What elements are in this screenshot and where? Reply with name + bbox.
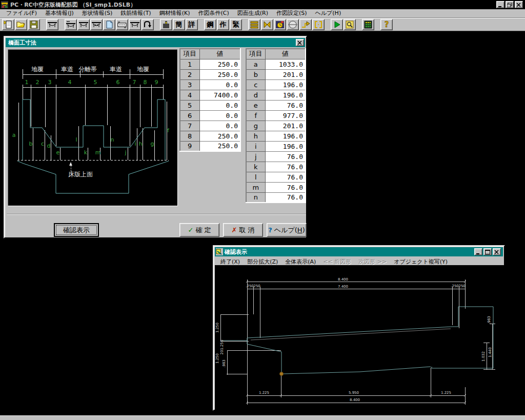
value-cell[interactable]: 250.0 bbox=[199, 69, 240, 79]
table-row: a1033.0 bbox=[246, 59, 306, 69]
save-icon[interactable] bbox=[28, 19, 40, 30]
value-cell[interactable]: 76.0 bbox=[265, 172, 306, 182]
value-cell[interactable]: 196.0 bbox=[265, 90, 306, 100]
run-icon[interactable] bbox=[331, 19, 343, 30]
item-cell: f bbox=[246, 110, 265, 121]
selection-marker[interactable] bbox=[280, 372, 284, 376]
toolbar-tension-button[interactable]: 緊 bbox=[230, 19, 242, 30]
value-cell[interactable]: 0.0 bbox=[199, 100, 240, 110]
table-row: e76.0 bbox=[246, 100, 306, 110]
value-cell[interactable]: 250.0 bbox=[199, 141, 240, 151]
pier-icon[interactable] bbox=[160, 19, 172, 30]
menu-item[interactable]: ファイル(F) bbox=[2, 9, 41, 18]
sheet-icon[interactable] bbox=[103, 19, 115, 30]
ok-button[interactable]: ✓ 確 定 bbox=[179, 223, 219, 237]
slab-icon[interactable] bbox=[116, 19, 128, 30]
rebar-lines-icon[interactable] bbox=[248, 19, 260, 30]
value-cell[interactable]: 76.0 bbox=[265, 192, 306, 203]
value-cell[interactable]: 201.0 bbox=[265, 69, 306, 79]
menu-item[interactable]: 形状情報(S) bbox=[78, 9, 117, 18]
value-cell[interactable]: 196.0 bbox=[265, 141, 306, 151]
value-cell[interactable]: 76.0 bbox=[265, 100, 306, 110]
toolbar-steel-button[interactable]: 鋼 bbox=[204, 19, 216, 30]
hook-icon[interactable] bbox=[142, 19, 154, 30]
viewer-close-button[interactable] bbox=[493, 248, 501, 255]
menu-item[interactable]: 基本情報(J) bbox=[41, 9, 78, 18]
value-cell[interactable]: 196.0 bbox=[265, 79, 306, 90]
item-cell: c bbox=[246, 79, 265, 90]
value-cell[interactable]: 196.0 bbox=[265, 131, 306, 141]
toolbar-draw-button[interactable]: 作 bbox=[217, 19, 229, 30]
value-cell[interactable]: 76.0 bbox=[265, 162, 306, 172]
dialog-titlebar: 橋面工寸法 bbox=[6, 38, 305, 47]
table-row: f977.0 bbox=[246, 110, 306, 121]
main-menubar: ファイル(F)基本情報(J)形状情報(S)鉄筋情報(T)鋼材情報(K)作図条件(… bbox=[0, 9, 525, 18]
toolbar-button-label: 作 bbox=[220, 20, 227, 29]
value-cell[interactable]: 76.0 bbox=[265, 182, 306, 192]
value-cell[interactable]: 7400.0 bbox=[199, 90, 240, 100]
value-cell[interactable]: 250.0 bbox=[199, 59, 240, 69]
table-row: b201.0 bbox=[246, 69, 306, 79]
help-icon[interactable]: ? bbox=[380, 19, 393, 30]
viewer-minimize-button[interactable] bbox=[474, 248, 482, 255]
toolbar-separator bbox=[59, 19, 65, 30]
toolbar-button-label: 緊 bbox=[233, 20, 239, 29]
dialog-close-button[interactable] bbox=[296, 39, 304, 46]
dimension-letter: a bbox=[12, 132, 16, 138]
toolbar-separator bbox=[325, 19, 331, 30]
viewer-maximize-button[interactable] bbox=[483, 248, 492, 255]
bridge-side-icon[interactable] bbox=[129, 19, 141, 30]
dim-label: .983 bbox=[222, 359, 226, 368]
toolbar-button-label: 詳 bbox=[189, 20, 195, 29]
value-cell[interactable]: 1033.0 bbox=[265, 59, 306, 69]
taskbar-edge[interactable] bbox=[0, 415, 525, 420]
toolbar-separator bbox=[356, 19, 362, 30]
bend-arrow-icon[interactable] bbox=[299, 19, 312, 30]
menu-item[interactable]: 図面生成(R) bbox=[233, 9, 272, 18]
viewer-icon bbox=[216, 248, 223, 255]
segment-number: 7 bbox=[133, 79, 136, 86]
zone-label: 地覆 bbox=[137, 66, 149, 73]
help-button[interactable]: ? ヘルプ(H) bbox=[267, 223, 307, 237]
value-cell[interactable]: 0.0 bbox=[199, 110, 240, 121]
value-cell[interactable]: 0.0 bbox=[199, 79, 240, 90]
segment-number: 9 bbox=[155, 79, 158, 86]
restore-button[interactable] bbox=[506, 1, 514, 8]
value-cell[interactable]: 201.0 bbox=[265, 121, 306, 131]
menu-item[interactable]: ヘルプ(H) bbox=[311, 9, 346, 18]
brackets-icon[interactable] bbox=[312, 19, 325, 30]
close-button[interactable] bbox=[515, 1, 523, 8]
section-cut-icon[interactable] bbox=[287, 19, 299, 30]
segment-number: 2 bbox=[36, 79, 39, 86]
preview-zoom-icon[interactable] bbox=[344, 19, 356, 30]
preview-button[interactable]: 確認表示 bbox=[54, 223, 99, 237]
item-cell: e bbox=[246, 100, 265, 110]
value-cell[interactable]: 76.0 bbox=[265, 151, 306, 162]
gauge-icon[interactable] bbox=[274, 19, 286, 30]
stirrup-icon[interactable] bbox=[261, 19, 273, 30]
bridge-dimensions-icon[interactable] bbox=[65, 19, 77, 30]
menu-item[interactable]: 鉄筋情報(T) bbox=[116, 9, 155, 18]
value-cell[interactable]: 977.0 bbox=[265, 110, 306, 121]
open-file-icon[interactable] bbox=[15, 19, 27, 30]
cancel-button[interactable]: ✗ 取 消 bbox=[223, 223, 263, 237]
bridge-general-icon[interactable] bbox=[46, 19, 58, 30]
bridge-shape-icon[interactable] bbox=[77, 19, 90, 30]
table-grid-icon[interactable] bbox=[362, 19, 374, 30]
column-header: 項目 bbox=[180, 49, 199, 59]
minimize-button[interactable] bbox=[496, 1, 504, 8]
table-row: 60.0 bbox=[180, 110, 240, 121]
bridge-section-icon[interactable] bbox=[90, 19, 103, 30]
toolbar-button-label: 簡 bbox=[176, 20, 183, 29]
toolbar-simple-button[interactable]: 簡 bbox=[173, 19, 185, 30]
menu-item[interactable]: 鋼材情報(K) bbox=[155, 9, 194, 18]
dimension-letter: m bbox=[95, 149, 101, 156]
new-file-icon[interactable] bbox=[2, 19, 14, 30]
toolbar-detail-button[interactable]: 詳 bbox=[186, 19, 198, 30]
menu-item[interactable]: 作図条件(C) bbox=[194, 9, 233, 18]
value-cell[interactable]: 250.0 bbox=[199, 131, 240, 141]
viewer-title: 確認表示 bbox=[225, 248, 474, 256]
value-cell[interactable]: 0.0 bbox=[199, 121, 240, 131]
menu-item[interactable]: 作図設定(S) bbox=[272, 9, 311, 18]
dim-label: 1.225 bbox=[441, 391, 451, 395]
